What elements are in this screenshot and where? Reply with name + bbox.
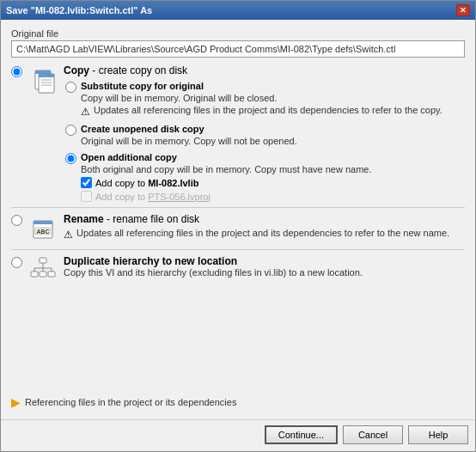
separator-2 [11,249,465,250]
svg-rect-15 [31,272,38,277]
open-additional-radio[interactable] [65,153,76,164]
rename-icon: ABC [27,213,58,244]
original-file-path: C:\Matt\AGD LabVIEW\Libraries\Source\AGD… [11,40,465,58]
dialog-content: Original file C:\Matt\AGD LabVIEW\Librar… [1,20,475,419]
duplicate-radio[interactable] [11,257,22,268]
svg-rect-19 [48,272,55,277]
svg-text:ABC: ABC [36,229,49,235]
rename-warning-icon: ⚠ [64,229,73,241]
button-row: Continue... Cancel Help [1,419,475,451]
copy-option-row: Copy - create copy on disk Substitute co… [11,64,465,202]
warning-icon: ⚠ [81,106,90,118]
title-bar-controls: ✕ [456,4,470,16]
duplicate-icon-svg [28,256,58,285]
help-button[interactable]: Help [408,425,468,444]
create-unopened-option: Create unopened disk copy Original will … [65,123,465,146]
rename-icon-svg: ABC [28,214,58,243]
add-to-proj-row: Add copy to PTS-056.lvproj [81,191,465,202]
substitute-radio[interactable] [65,82,76,93]
duplicate-option-row: Duplicate hierarchy to new location Copy… [11,255,465,286]
options-area: Copy - create copy on disk Substitute co… [11,64,465,387]
cancel-button[interactable]: Cancel [343,425,403,444]
add-to-lib-checkbox[interactable] [81,177,92,188]
svg-rect-8 [34,221,52,224]
rename-warning: ⚠ Updates all referencing files in the p… [64,228,465,241]
referencing-text: Referencing files in the project or its … [25,397,236,407]
svg-rect-11 [40,258,46,263]
copy-option-title: Copy - create copy on disk [64,64,465,76]
separator-1 [11,207,465,208]
create-unopened-radio[interactable] [65,125,76,136]
copy-sub-options: Substitute copy for original Copy will b… [65,80,465,202]
expand-icon[interactable]: ▶ [11,395,21,409]
add-to-proj-label: Add copy to PTS-056.lvproj [95,192,211,202]
copy-radio[interactable] [11,66,22,77]
duplicate-desc: Copy this VI and its hierarchy (excludin… [64,267,465,278]
duplicate-option-content: Duplicate hierarchy to new location Copy… [64,255,465,278]
rename-option-title: Rename - rename file on disk [64,213,465,225]
add-to-lib-row: Add copy to MI-082.lvlib [81,177,465,188]
title-bar: Save "MI-082.lvlib:Switch.ctl" As ✕ [1,1,475,20]
referencing-row: ▶ Referencing files in the project or it… [11,394,465,411]
svg-rect-3 [39,74,54,77]
create-unopened-desc: Original will be in memory. Copy will no… [81,136,465,146]
window-title: Save "MI-082.lvlib:Switch.ctl" As [6,5,152,15]
substitute-option: Substitute copy for original Copy will b… [65,80,465,118]
svg-rect-17 [40,272,46,277]
substitute-desc: Copy will be in memory. Original will be… [81,93,465,103]
rename-radio[interactable] [11,215,22,226]
original-file-section: Original file C:\Matt\AGD LabVIEW\Librar… [11,28,465,58]
original-file-label: Original file [11,28,465,39]
rename-option-row: ABC Rename - rename file on disk ⚠ Updat… [11,213,465,244]
continue-button[interactable]: Continue... [265,425,338,444]
open-additional-option: Open additional copy Both original and c… [65,151,465,202]
copy-icon [27,64,58,95]
copy-option-content: Copy - create copy on disk Substitute co… [64,64,465,202]
close-button[interactable]: ✕ [456,4,470,16]
add-to-lib-label: Add copy to MI-082.lvlib [95,178,198,188]
rename-option-content: Rename - rename file on disk ⚠ Updates a… [64,213,465,241]
add-to-proj-checkbox[interactable] [81,191,92,202]
copy-icon-svg [28,65,58,95]
svg-rect-1 [35,70,51,74]
duplicate-icon [27,255,58,286]
duplicate-option-title: Duplicate hierarchy to new location [64,255,465,267]
save-as-dialog: Save "MI-082.lvlib:Switch.ctl" As ✕ Orig… [0,0,476,452]
substitute-warning: ⚠ Updates all referencing files in the p… [81,105,465,118]
open-additional-desc: Both original and copy will be in memory… [81,164,465,174]
